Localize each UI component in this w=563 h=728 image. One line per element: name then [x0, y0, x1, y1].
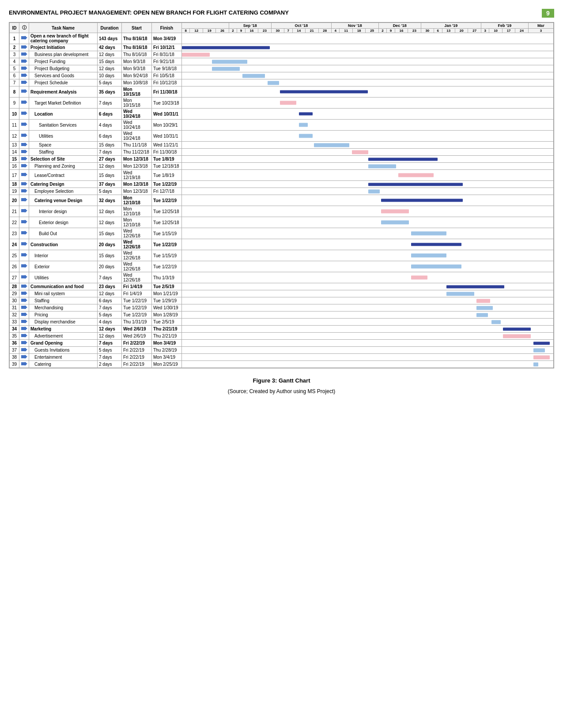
- row-duration: 12 days: [98, 163, 122, 170]
- row-task-name: Communication and food: [29, 283, 98, 290]
- th-feb17: 17: [502, 29, 515, 33]
- task-mode-icon: [21, 275, 27, 279]
- row-task-name: Requirement Analysis: [29, 86, 98, 98]
- row-chart-cell: [182, 333, 554, 340]
- gantt-bar: [242, 74, 265, 78]
- row-task-name: Grand Opening: [29, 340, 98, 347]
- row-chart-cell: [182, 98, 554, 109]
- row-task-name: Location: [29, 109, 98, 120]
- row-id: 19: [10, 188, 19, 195]
- row-finish: Fri 9/21/18: [152, 58, 182, 65]
- gantt-bar: [411, 243, 461, 246]
- row-id: 37: [10, 347, 19, 354]
- gantt-bar: [381, 210, 409, 214]
- task-mode-icon: [21, 334, 27, 338]
- row-start: Fri 1/4/19: [122, 290, 152, 297]
- table-row: 4Project Funding15 daysMon 9/3/18Fri 9/2…: [10, 58, 554, 65]
- row-start: Mon 9/24/18: [122, 72, 152, 79]
- task-mode-icon: [21, 341, 27, 345]
- row-id: 15: [10, 156, 19, 163]
- row-chart-cell: [182, 149, 554, 156]
- row-duration: 5 days: [98, 79, 122, 86]
- row-id: 25: [10, 250, 19, 261]
- table-row: 3Business plan development12 daysThu 8/1…: [10, 51, 554, 58]
- row-start: Fri 2/22/19: [122, 354, 152, 361]
- row-mode: [19, 297, 29, 304]
- gantt-bar: [533, 341, 550, 345]
- gantt-bar: [352, 150, 368, 154]
- row-id: 23: [10, 228, 19, 239]
- table-row: 12Utilities6 daysWed 10/24/18Wed 10/31/1: [10, 131, 554, 142]
- table-row: 25Interior15 daysWed 12/26/18Tue 1/15/19: [10, 250, 554, 261]
- row-task-name: Catering Design: [29, 181, 98, 188]
- row-duration: 37 days: [98, 181, 122, 188]
- row-duration: 32 days: [98, 195, 122, 206]
- row-finish: Tue 1/22/19: [152, 239, 182, 250]
- row-start: Wed 12/26/18: [122, 228, 152, 239]
- row-finish: Tue 12/25/18: [152, 217, 182, 228]
- row-start: Mon 12/3/18: [122, 181, 152, 188]
- row-id: 17: [10, 170, 19, 181]
- row-chart-cell: [182, 109, 554, 120]
- row-duration: 20 days: [98, 239, 122, 250]
- row-finish: Wed 1/30/19: [152, 304, 182, 311]
- gantt-bar: [491, 320, 500, 324]
- gantt-bar: [411, 265, 461, 269]
- row-duration: 15 days: [98, 170, 122, 181]
- task-mode-icon: [21, 143, 27, 147]
- row-task-name: Project Schedule: [29, 79, 98, 86]
- table-row: 17Lease/Contract15 daysWed 12/19/18Tue 1…: [10, 170, 554, 181]
- row-duration: 4 days: [98, 319, 122, 326]
- row-task-name: Interior: [29, 250, 98, 261]
- table-row: 37Guests Invitations5 daysFri 2/22/19Thu…: [10, 347, 554, 354]
- row-mode: [19, 149, 29, 156]
- row-id: 22: [10, 217, 19, 228]
- row-id: 3: [10, 51, 19, 58]
- row-start: Thu 8/16/18: [122, 44, 152, 51]
- gantt-bar: [503, 327, 531, 330]
- row-finish: Tue 1/8/19: [152, 156, 182, 163]
- row-mode: [19, 109, 29, 120]
- row-id: 32: [10, 311, 19, 319]
- gantt-bar: [446, 292, 474, 296]
- row-id: 2: [10, 44, 19, 51]
- row-task-name: Selection of Site: [29, 156, 98, 163]
- row-mode: [19, 58, 29, 65]
- row-start: Mon 9/3/18: [122, 65, 152, 72]
- gantt-bar: [212, 67, 240, 71]
- table-row: 15Selection of Site27 daysMon 12/3/18Tue…: [10, 156, 554, 163]
- row-mode: [19, 311, 29, 319]
- row-chart-cell: [182, 188, 554, 195]
- gantt-bar: [533, 348, 545, 352]
- row-chart-cell: [182, 86, 554, 98]
- task-mode-icon: [21, 100, 27, 105]
- table-row: 38Entertainment7 daysFri 2/22/19Mon 3/4/…: [10, 354, 554, 361]
- row-finish: Tue 1/22/19: [152, 261, 182, 272]
- row-duration: 12 days: [98, 51, 122, 58]
- header-feb: Feb '19: [481, 23, 528, 29]
- row-id: 38: [10, 354, 19, 361]
- row-id: 18: [10, 181, 19, 188]
- row-finish: Tue 1/22/19: [152, 181, 182, 188]
- task-mode-icon: [21, 209, 27, 213]
- task-mode-icon: [21, 80, 27, 85]
- row-finish: Mon 3/4/19: [152, 340, 182, 347]
- gantt-bar: [411, 232, 446, 236]
- row-duration: 35 days: [98, 86, 122, 98]
- header-dec: Dec '18: [378, 23, 421, 29]
- task-mode-icon: [21, 231, 27, 235]
- row-duration: 7 days: [98, 272, 122, 283]
- row-finish: Fri 10/12/1: [152, 44, 182, 51]
- task-mode-icon: [21, 36, 27, 40]
- header-taskname: Task Name: [29, 23, 98, 33]
- task-mode-icon: [21, 66, 27, 71]
- table-row: 18Catering Design37 daysMon 12/3/18Tue 1…: [10, 181, 554, 188]
- gantt-bar: [503, 334, 531, 338]
- row-start: Thu 8/16/18: [122, 33, 152, 44]
- row-finish: Fri 12/7/18: [152, 188, 182, 195]
- row-mode: [19, 272, 29, 283]
- task-mode-icon: [21, 122, 27, 127]
- row-id: 1: [10, 33, 19, 44]
- gantt-bar: [381, 199, 463, 202]
- row-start: Thu 1/31/19: [122, 319, 152, 326]
